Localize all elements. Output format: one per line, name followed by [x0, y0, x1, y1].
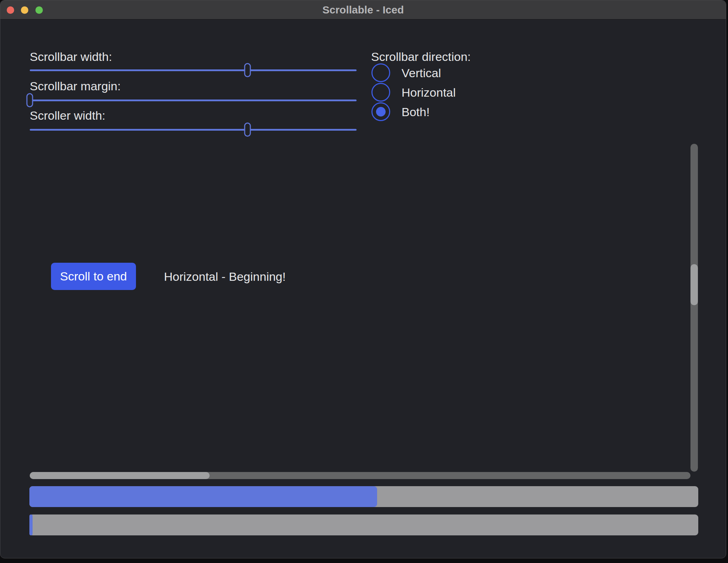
radio-dot-2: [376, 107, 386, 116]
radio-horizontal-label[interactable]: Horizontal: [402, 85, 456, 99]
slider-thumb[interactable]: [244, 123, 251, 137]
horizontal-progress-bar: [29, 486, 698, 507]
horizontal-scrollbar-track[interactable]: [30, 472, 690, 479]
scrollbar-margin-label: Scrollbar margin:: [30, 79, 121, 93]
vertical-progress-bar: [29, 514, 698, 535]
radio-both[interactable]: [371, 102, 390, 121]
radio-vertical[interactable]: [371, 63, 390, 82]
progress-fill: [29, 514, 33, 535]
app-window: Scrollable - Iced Scrollbar width: Scrol…: [0, 0, 726, 558]
scrollbar-direction-label: Scrollbar direction:: [371, 50, 471, 64]
slider-thumb[interactable]: [27, 93, 33, 107]
scroller-width-label: Scroller width:: [30, 108, 106, 123]
radio-horizontal[interactable]: [371, 83, 390, 102]
titlebar[interactable]: Scrollable - Iced: [0, 0, 726, 19]
scrollbar-width-label: Scrollbar width:: [30, 50, 112, 64]
window-title: Scrollable - Iced: [0, 0, 726, 19]
vertical-scrollbar-thumb[interactable]: [690, 264, 698, 305]
horizontal-scrollbar-thumb[interactable]: [30, 472, 210, 479]
radio-both-label[interactable]: Both!: [402, 105, 430, 119]
scroller-width-slider[interactable]: [30, 129, 357, 131]
progress-fill: [29, 486, 377, 507]
scroll-status-text: Horizontal - Beginning!: [164, 269, 286, 284]
scrollbar-margin-slider[interactable]: [30, 99, 357, 101]
slider-thumb[interactable]: [244, 63, 251, 77]
scroll-to-end-button[interactable]: Scroll to end: [51, 263, 136, 290]
radio-vertical-label[interactable]: Vertical: [402, 66, 441, 80]
scrollbar-width-slider[interactable]: [30, 69, 357, 71]
vertical-scrollbar-track[interactable]: [690, 144, 698, 472]
